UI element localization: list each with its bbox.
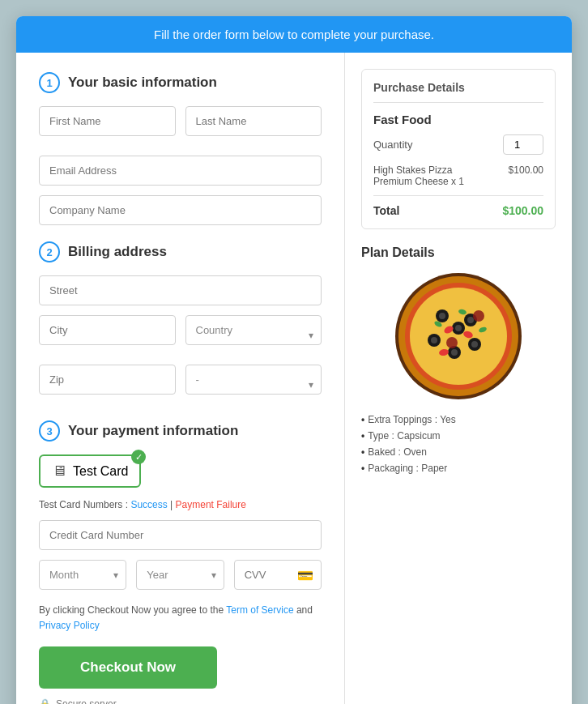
header-banner: Fill the order form below to complete yo… <box>16 16 572 53</box>
plan-bullets: Extra Toppings : Yes Type : Capsicum Bak… <box>361 414 556 474</box>
plan-details-section: Plan Details <box>361 245 556 474</box>
payment-section: 3 Your payment information ✓ 🖥 Test Card… <box>39 420 322 704</box>
modal-container: Fill the order form below to complete yo… <box>16 16 572 704</box>
bullet-1: Extra Toppings : Yes <box>361 414 556 425</box>
month-select-wrapper: Month January February March April May J… <box>39 560 126 590</box>
basic-info-title: Your basic information <box>68 75 217 91</box>
step-2-circle: 2 <box>39 241 60 262</box>
total-value: $100.00 <box>502 204 543 217</box>
svg-point-3 <box>410 288 507 385</box>
svg-point-23 <box>473 310 484 322</box>
street-input[interactable] <box>39 275 322 305</box>
email-group <box>39 156 322 186</box>
total-label: Total <box>373 204 399 217</box>
state-select[interactable]: - <box>185 365 322 395</box>
success-link[interactable]: Success <box>130 499 167 510</box>
billing-title: Billing address <box>68 244 167 260</box>
bullet-3: Baked : Oven <box>361 446 556 458</box>
company-input[interactable] <box>39 195 322 225</box>
cvv-card-icon: 💳 <box>297 567 313 582</box>
card-label: Test Card <box>73 464 128 479</box>
pizza-image <box>394 271 523 401</box>
state-select-wrapper: - <box>185 365 322 404</box>
svg-point-9 <box>431 337 437 343</box>
total-row: Total $100.00 <box>373 195 543 217</box>
right-panel: Purchase Details Fast Food Quantity High… <box>345 53 572 704</box>
lock-icon: 🔒 <box>39 698 51 704</box>
first-name-group <box>39 106 176 136</box>
quantity-input[interactable] <box>503 134 543 155</box>
company-group <box>39 195 322 225</box>
basic-info-header: 1 Your basic information <box>39 72 322 93</box>
street-group <box>39 275 322 305</box>
privacy-link[interactable]: Privacy Policy <box>39 620 100 631</box>
check-icon: ✓ <box>131 450 146 464</box>
billing-header: 2 Billing address <box>39 241 322 262</box>
item-row: High Stakes Pizza Premium Cheese x 1 $10… <box>373 164 543 187</box>
quantity-label: Quantity <box>373 139 412 151</box>
city-input[interactable] <box>39 315 176 345</box>
step-3-circle: 3 <box>39 420 60 442</box>
step-1-circle: 1 <box>39 72 60 93</box>
city-group <box>39 315 176 345</box>
purchase-details-box: Purchase Details Fast Food Quantity High… <box>361 69 556 229</box>
item-info: High Stakes Pizza Premium Cheese x 1 <box>373 164 464 187</box>
year-select[interactable]: Year 2024 2025 2026 2027 2028 2029 2030 <box>136 560 224 590</box>
zip-group <box>39 365 176 395</box>
left-panel: 1 Your basic information <box>16 53 345 704</box>
failure-link[interactable]: Payment Failure <box>176 499 246 510</box>
svg-point-22 <box>446 337 458 348</box>
billing-section: 2 Billing address Country United States <box>39 241 322 404</box>
svg-point-13 <box>451 349 458 356</box>
zip-input[interactable] <box>39 365 176 395</box>
svg-point-11 <box>471 341 478 348</box>
item-price: $100.00 <box>509 164 543 187</box>
purchase-details-title: Purchase Details <box>373 81 543 103</box>
last-name-input[interactable] <box>185 106 322 136</box>
country-select-wrapper: Country United States United Kingdom Can… <box>185 315 322 355</box>
payment-header: 3 Your payment information <box>39 420 322 442</box>
cc-group <box>39 520 322 550</box>
expiry-cvv-row: Month January February March April May J… <box>39 560 322 590</box>
checkout-button[interactable]: Checkout Now <box>39 646 217 689</box>
city-country-row: Country United States United Kingdom Can… <box>39 315 322 355</box>
svg-point-7 <box>467 317 474 323</box>
terms-link[interactable]: Term of Service <box>226 604 293 616</box>
item-desc: Premium Cheese x 1 <box>373 176 464 187</box>
name-row <box>39 106 322 146</box>
category-label: Fast Food <box>373 113 543 126</box>
test-card-info: Test Card Numbers : Success | Payment Fa… <box>39 499 322 510</box>
item-name: High Stakes Pizza <box>373 164 464 176</box>
quantity-row: Quantity <box>373 134 543 155</box>
svg-point-5 <box>439 313 445 319</box>
country-select[interactable]: Country United States United Kingdom Can… <box>185 315 322 345</box>
year-select-wrapper: Year 2024 2025 2026 2027 2028 2029 2030 <box>136 560 224 590</box>
card-option[interactable]: ✓ 🖥 Test Card <box>39 454 141 488</box>
bullet-4: Packaging : Paper <box>361 463 556 474</box>
svg-point-15 <box>455 325 462 331</box>
zip-state-row: - <box>39 365 322 404</box>
credit-card-icon: 🖥 <box>52 463 66 480</box>
payment-title: Your payment information <box>68 423 238 439</box>
bullet-2: Type : Capsicum <box>361 430 556 442</box>
secure-info: 🔒 Secure server <box>39 698 322 704</box>
month-select[interactable]: Month January February March April May J… <box>39 560 126 590</box>
email-input[interactable] <box>39 156 322 186</box>
cvv-group: 💳 <box>234 560 322 590</box>
last-name-group <box>185 106 322 136</box>
test-card-prefix: Test Card Numbers : <box>39 499 130 510</box>
cc-input[interactable] <box>39 520 322 550</box>
first-name-input[interactable] <box>39 106 176 136</box>
secure-label: Secure server <box>56 698 117 704</box>
banner-text: Fill the order form below to complete yo… <box>154 28 434 41</box>
terms-text: By clicking Checkout Now you agree to th… <box>39 603 322 634</box>
basic-info-section: 1 Your basic information <box>39 72 322 225</box>
plan-details-title: Plan Details <box>361 245 556 260</box>
content-area: 1 Your basic information <box>16 53 572 704</box>
